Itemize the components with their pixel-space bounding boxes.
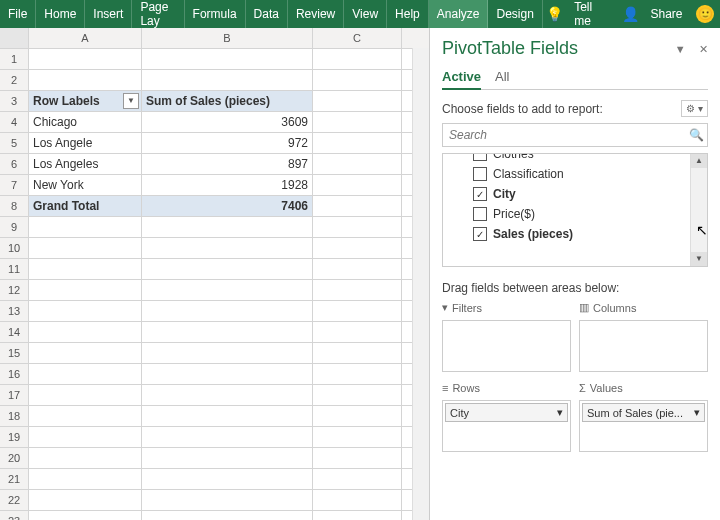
value-field-sales[interactable]: Sum of Sales (pie...▾ [582,403,705,422]
cell[interactable] [313,70,402,90]
row-header[interactable]: 14 [0,322,29,342]
row-header[interactable]: 10 [0,238,29,258]
cell[interactable] [29,385,142,405]
filter-dropdown-icon[interactable]: ▼ [123,93,139,109]
cell[interactable]: Los Angeles [29,154,142,174]
row-header[interactable]: 7 [0,175,29,195]
checkbox[interactable]: ✓ [473,187,487,201]
cell[interactable]: 897 [142,154,313,174]
cell[interactable] [29,259,142,279]
cell[interactable] [313,511,402,520]
cell[interactable] [142,469,313,489]
share-button[interactable]: Share [642,0,690,28]
cell[interactable] [142,238,313,258]
row-header[interactable]: 13 [0,301,29,321]
row-header[interactable]: 11 [0,259,29,279]
cell[interactable] [142,406,313,426]
cell[interactable]: 1928 [142,175,313,195]
row-header[interactable]: 16 [0,364,29,384]
row-header[interactable]: 20 [0,448,29,468]
cell[interactable]: 7406 [142,196,313,216]
cell[interactable] [142,301,313,321]
cell[interactable]: Grand Total [29,196,142,216]
cell[interactable] [29,469,142,489]
cell[interactable] [313,469,402,489]
row-field-city[interactable]: City▾ [445,403,568,422]
cell[interactable]: Row Labels▼ [29,91,142,111]
cell[interactable] [142,259,313,279]
row-header[interactable]: 4 [0,112,29,132]
tab-active[interactable]: Active [442,65,481,90]
tab-pagelay[interactable]: Page Lay [132,0,184,28]
cell[interactable] [313,154,402,174]
cell[interactable] [29,280,142,300]
cell[interactable] [313,490,402,510]
cell[interactable] [313,196,402,216]
cell[interactable] [313,217,402,237]
tab-help[interactable]: Help [387,0,429,28]
cell[interactable] [313,301,402,321]
tab-formula[interactable]: Formula [185,0,246,28]
row-header[interactable]: 5 [0,133,29,153]
cell[interactable] [142,49,313,69]
cell[interactable]: Chicago [29,112,142,132]
worksheet[interactable]: A B C 123Row Labels▼Sum of Sales (pieces… [0,28,430,520]
cell[interactable] [313,112,402,132]
gear-icon[interactable]: ⚙ ▾ [681,100,708,117]
cell[interactable] [313,238,402,258]
row-header[interactable]: 15 [0,343,29,363]
cell[interactable] [142,448,313,468]
field-list[interactable]: ClothesClassification✓CityPrice($)✓Sales… [442,153,708,267]
tab-view[interactable]: View [344,0,387,28]
cell[interactable] [313,385,402,405]
cell[interactable]: 972 [142,133,313,153]
cell[interactable] [142,70,313,90]
cell[interactable] [142,322,313,342]
row-header[interactable]: 12 [0,280,29,300]
cell[interactable]: New York [29,175,142,195]
tab-analyze[interactable]: Analyze [429,0,489,28]
chevron-down-icon[interactable]: ▾ [694,406,700,419]
cell[interactable] [313,280,402,300]
cell[interactable] [29,343,142,363]
cell[interactable]: Los Angele [29,133,142,153]
cell[interactable] [313,427,402,447]
row-header[interactable]: 22 [0,490,29,510]
sheet-scrollbar[interactable] [412,48,429,520]
col-header-A[interactable]: A [29,28,142,48]
field-city[interactable]: ✓City [443,184,707,204]
select-all-corner[interactable] [0,28,29,48]
cell[interactable] [29,70,142,90]
cell[interactable] [29,217,142,237]
field-clothes[interactable]: Clothes [443,153,707,164]
row-header[interactable]: 3 [0,91,29,111]
cell[interactable] [313,406,402,426]
cell[interactable] [142,490,313,510]
row-header[interactable]: 17 [0,385,29,405]
field-scrollbar[interactable] [690,154,707,266]
cell[interactable] [29,238,142,258]
tab-data[interactable]: Data [246,0,288,28]
tab-home[interactable]: Home [36,0,85,28]
tell-me[interactable]: Tell me [566,0,619,28]
row-header[interactable]: 1 [0,49,29,69]
cell[interactable]: 3609 [142,112,313,132]
cell[interactable] [29,448,142,468]
cell[interactable] [142,427,313,447]
field-classification[interactable]: Classification [443,164,707,184]
columns-box[interactable] [579,320,708,372]
cell[interactable]: Sum of Sales (pieces) [142,91,313,111]
cell[interactable] [29,49,142,69]
row-header[interactable]: 21 [0,469,29,489]
col-header-C[interactable]: C [313,28,402,48]
share-icon[interactable]: 👤 [619,0,642,28]
search-box[interactable]: 🔍 [442,123,708,147]
cell[interactable] [313,175,402,195]
cell[interactable] [313,343,402,363]
cell[interactable] [142,511,313,520]
tab-insert[interactable]: Insert [85,0,132,28]
cell[interactable] [313,322,402,342]
chevron-down-icon[interactable]: ▾ [557,406,563,419]
cell[interactable] [142,385,313,405]
row-header[interactable]: 6 [0,154,29,174]
